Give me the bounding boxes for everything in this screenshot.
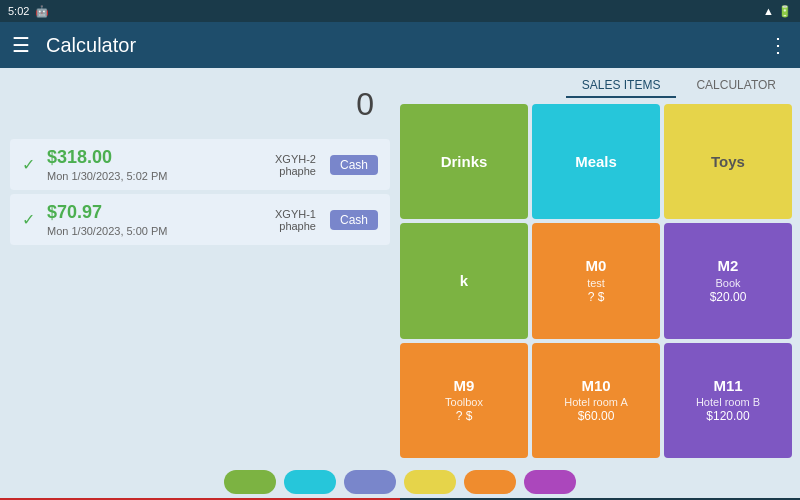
transaction-user: phaphe bbox=[275, 220, 316, 232]
transaction-meta: XGYH-1 phaphe bbox=[275, 208, 316, 232]
right-panel: SALES ITEMS CALCULATOR Drinks Meals Toys… bbox=[400, 68, 800, 464]
main-content: 0 ✓ $318.00 Mon 1/30/2023, 5:02 PM XGYH-… bbox=[0, 68, 800, 464]
sales-item-sub: Hotel room B bbox=[696, 395, 760, 409]
payment-method-badge: Cash bbox=[330, 210, 378, 230]
sales-item-label: Toys bbox=[711, 152, 745, 172]
swatch-orange[interactable] bbox=[464, 470, 516, 494]
display-value: 0 bbox=[356, 86, 374, 122]
sales-item-m2[interactable]: M2 Book $20.00 bbox=[664, 223, 792, 338]
transaction-date: Mon 1/30/2023, 5:00 PM bbox=[47, 225, 267, 237]
sales-item-price: ? $ bbox=[456, 409, 473, 425]
sales-grid: Drinks Meals Toys k M0 test ? $ M2 Book … bbox=[400, 104, 792, 458]
color-swatches bbox=[224, 470, 576, 494]
sales-item-label: Drinks bbox=[441, 152, 488, 172]
swatch-purple[interactable] bbox=[524, 470, 576, 494]
sales-item-price: $120.00 bbox=[706, 409, 749, 425]
left-panel: 0 ✓ $318.00 Mon 1/30/2023, 5:02 PM XGYH-… bbox=[0, 68, 400, 464]
status-battery-icon: 🔋 bbox=[778, 5, 792, 18]
sales-item-drinks[interactable]: Drinks bbox=[400, 104, 528, 219]
sales-item-k[interactable]: k bbox=[400, 223, 528, 338]
tab-bar: SALES ITEMS CALCULATOR bbox=[400, 74, 792, 98]
swatch-yellow[interactable] bbox=[404, 470, 456, 494]
sales-item-toys[interactable]: Toys bbox=[664, 104, 792, 219]
sales-item-price: $20.00 bbox=[710, 290, 747, 306]
status-wifi-icon: ▲ bbox=[763, 5, 774, 17]
sales-item-name: k bbox=[460, 271, 468, 291]
sales-item-name: M2 bbox=[718, 256, 739, 276]
display-area: 0 bbox=[10, 78, 390, 131]
status-time: 5:02 bbox=[8, 5, 29, 17]
sales-item-sub: Book bbox=[715, 276, 740, 290]
sales-item-name: M9 bbox=[454, 376, 475, 396]
transaction-details: $318.00 Mon 1/30/2023, 5:02 PM bbox=[47, 147, 267, 182]
sales-item-m11[interactable]: M11 Hotel room B $120.00 bbox=[664, 343, 792, 458]
transaction-amount: $70.97 bbox=[47, 202, 267, 223]
payment-method-badge: Cash bbox=[330, 155, 378, 175]
more-icon[interactable]: ⋮ bbox=[768, 33, 788, 57]
transaction-ref: XGYH-2 bbox=[275, 153, 316, 165]
swatch-cyan[interactable] bbox=[284, 470, 336, 494]
bottom-section: CLEAR RECEIPT bbox=[0, 464, 800, 500]
transaction-row[interactable]: ✓ $70.97 Mon 1/30/2023, 5:00 PM XGYH-1 p… bbox=[10, 194, 390, 245]
transaction-user: phaphe bbox=[275, 165, 316, 177]
transaction-meta: XGYH-2 phaphe bbox=[275, 153, 316, 177]
top-bar: ☰ Calculator ⋮ bbox=[0, 22, 800, 68]
tab-sales-items[interactable]: SALES ITEMS bbox=[566, 74, 677, 98]
tab-calculator[interactable]: CALCULATOR bbox=[680, 74, 792, 98]
transaction-ref: XGYH-1 bbox=[275, 208, 316, 220]
sales-item-m10[interactable]: M10 Hotel room A $60.00 bbox=[532, 343, 660, 458]
sales-item-price: $60.00 bbox=[578, 409, 615, 425]
status-icon-android: 🤖 bbox=[35, 5, 49, 18]
transaction-list: ✓ $318.00 Mon 1/30/2023, 5:02 PM XGYH-2 … bbox=[10, 139, 390, 245]
transaction-details: $70.97 Mon 1/30/2023, 5:00 PM bbox=[47, 202, 267, 237]
sales-item-sub: Toolbox bbox=[445, 395, 483, 409]
sales-item-name: M11 bbox=[713, 376, 742, 396]
sales-item-name: M10 bbox=[581, 376, 610, 396]
sales-item-m0[interactable]: M0 test ? $ bbox=[532, 223, 660, 338]
app-title: Calculator bbox=[46, 34, 768, 57]
transaction-row[interactable]: ✓ $318.00 Mon 1/30/2023, 5:02 PM XGYH-2 … bbox=[10, 139, 390, 190]
sales-item-m9[interactable]: M9 Toolbox ? $ bbox=[400, 343, 528, 458]
swatch-green[interactable] bbox=[224, 470, 276, 494]
sales-item-price: ? $ bbox=[588, 290, 605, 306]
sales-item-sub: Hotel room A bbox=[564, 395, 628, 409]
transaction-date: Mon 1/30/2023, 5:02 PM bbox=[47, 170, 267, 182]
transaction-amount: $318.00 bbox=[47, 147, 267, 168]
sales-item-name: M0 bbox=[586, 256, 607, 276]
swatch-blue[interactable] bbox=[344, 470, 396, 494]
menu-icon[interactable]: ☰ bbox=[12, 33, 30, 57]
check-icon: ✓ bbox=[22, 155, 35, 174]
check-icon: ✓ bbox=[22, 210, 35, 229]
status-bar: 5:02 🤖 ▲ 🔋 bbox=[0, 0, 800, 22]
sales-item-meals[interactable]: Meals bbox=[532, 104, 660, 219]
sales-item-sub: test bbox=[587, 276, 605, 290]
sales-item-label: Meals bbox=[575, 152, 617, 172]
